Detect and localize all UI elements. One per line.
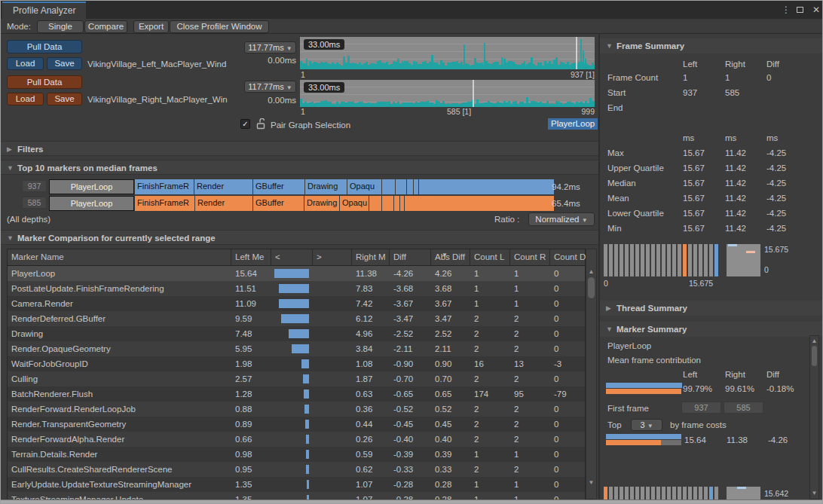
top10-segment[interactable]: Drawing <box>304 196 339 211</box>
save-right-button[interactable]: Save <box>47 93 82 105</box>
table-row[interactable]: RenderDeferred.GBuffer9.596.12-3.473.472… <box>8 311 586 326</box>
top10-segment[interactable] <box>382 196 393 211</box>
column-header-count-l[interactable]: Count L <box>470 249 510 265</box>
top10-segment[interactable]: Render <box>195 196 252 211</box>
top10-segment[interactable]: FinishFrameR <box>135 179 194 194</box>
column-header-abs-diff[interactable]: Abs Diff▼ <box>431 249 470 265</box>
table-scrollbar[interactable]: ▲ ▼ <box>586 249 597 499</box>
mode-single-button[interactable]: Single <box>37 20 84 33</box>
cell-marker-name: CullResults.CreateSharedRendererScene <box>8 462 230 477</box>
top10-segment[interactable]: Opaqu <box>340 196 369 211</box>
table-row[interactable]: Render.TransparentGeometry0.890.44-0.450… <box>8 417 586 432</box>
top10-segment[interactable] <box>419 179 554 194</box>
top10-segment[interactable]: Drawing <box>305 179 347 194</box>
kebab-menu-icon[interactable]: ⋮ <box>780 5 792 15</box>
top10-segment[interactable] <box>369 196 381 211</box>
comparison-table-header[interactable]: Marker NameLeft Me<>Right MDiffAbs Diff▼… <box>7 249 586 266</box>
table-row[interactable]: BatchRenderer.Flush1.280.63-0.650.651749… <box>8 386 586 402</box>
scroll-up-icon[interactable]: ▲ <box>586 268 596 276</box>
top10-section-header[interactable]: ▼ Top 10 markers on median frames <box>1 160 600 175</box>
scroll-down-icon[interactable]: ▼ <box>810 490 818 497</box>
top10-segment-selected[interactable]: PlayerLoop <box>49 196 134 211</box>
top10-segment[interactable]: FinishFrameR <box>135 196 194 211</box>
column-header-count-r[interactable]: Count R <box>510 249 550 265</box>
mode-compare-button[interactable]: Compare <box>84 20 127 33</box>
close-icon[interactable]: ✕ <box>810 5 822 15</box>
table-row[interactable]: PlayerLoop15.6411.38-4.264.26110 <box>8 266 586 281</box>
table-scrollbar-thumb[interactable] <box>588 277 595 298</box>
top10-segment[interactable]: GBuffer <box>253 179 304 194</box>
save-left-button[interactable]: Save <box>47 57 82 70</box>
ratio-dropdown[interactable]: Normalized ▼ <box>528 212 595 226</box>
first-frame-left-button[interactable]: 937 <box>681 402 721 414</box>
top10-segment[interactable] <box>400 196 404 211</box>
column-header-marker-name[interactable]: Marker Name <box>8 249 231 265</box>
frame-summary-header[interactable]: ▼ Frame Summary <box>600 38 823 53</box>
top10-segment[interactable]: GBuffer <box>253 196 304 211</box>
right-panel-scrollbar[interactable]: ▲ ▼ <box>809 335 819 499</box>
thread-summary-header[interactable]: ▶ Thread Summary <box>600 301 823 316</box>
maximize-icon[interactable] <box>797 7 803 13</box>
load-right-button[interactable]: Load <box>7 93 44 105</box>
marker-summary-boxplot[interactable] <box>727 487 760 499</box>
frame-graph-right[interactable]: 33.00ms <box>300 80 595 107</box>
table-row[interactable]: RenderForward.RenderLoopJob0.880.36-0.52… <box>8 402 586 417</box>
table-row[interactable]: PostLateUpdate.FinishFrameRendering11.51… <box>8 281 586 296</box>
pair-graph-checkbox[interactable]: ✓ <box>240 119 250 129</box>
frame-graph-left[interactable]: 33.00ms <box>300 37 595 69</box>
column-header-left-me[interactable]: Left Me <box>231 249 271 265</box>
close-profiler-window-button[interactable]: Close Profiler Window <box>170 20 269 33</box>
selected-marker-chip[interactable]: PlayerLoop <box>548 118 598 130</box>
marker-summary-header[interactable]: ▼ Marker Summary <box>600 322 823 337</box>
table-row[interactable]: TextureStreamingManager.Update1.351.07-0… <box>8 492 586 499</box>
range-dropdown-left[interactable]: 117.77ms ▼ <box>244 41 296 53</box>
right-panel-scrollbar-thumb[interactable] <box>812 346 817 366</box>
load-left-button[interactable]: Load <box>7 57 44 70</box>
comparison-section-header[interactable]: ▼ Marker Comparison for currently select… <box>1 230 600 245</box>
marker-summary-histogram[interactable] <box>604 487 724 499</box>
table-row[interactable]: Culling2.571.87-0.700.70220 <box>8 371 586 386</box>
window-bottom-edge[interactable] <box>1 499 822 504</box>
top10-segment[interactable] <box>405 196 554 211</box>
top10-segment[interactable] <box>414 179 418 194</box>
range-dropdown-right[interactable]: 117.77ms ▼ <box>244 81 296 93</box>
filters-section-header[interactable]: ▶ Filters <box>1 141 600 156</box>
top10-segment[interactable]: Render <box>194 179 252 194</box>
top10-marker-bar[interactable]: PlayerLoopFinishFrameRRenderGBufferDrawi… <box>49 196 549 211</box>
frame-summary-boxplot[interactable] <box>727 244 760 276</box>
table-row[interactable]: EarlyUpdate.UpdateTextureStreamingManage… <box>8 477 586 492</box>
column-header--[interactable]: > <box>313 249 352 265</box>
table-row[interactable]: Render.OpaqueGeometry5.953.84-2.112.1122… <box>8 341 586 356</box>
pull-data-right-button[interactable]: Pull Data <box>7 75 82 89</box>
tab-profile-analyzer[interactable]: Profile Analyzer <box>2 2 86 19</box>
scroll-down-icon[interactable]: ▼ <box>586 479 596 487</box>
first-frame-right-button[interactable]: 585 <box>724 402 763 414</box>
pull-data-left-button[interactable]: Pull Data <box>7 40 82 53</box>
chevron-right-icon: ▶ <box>606 304 611 312</box>
table-row[interactable]: WaitForJobGroupID1.981.08-0.900.901613-3 <box>8 356 586 371</box>
top10-segment[interactable] <box>394 196 399 211</box>
frame-summary-histogram[interactable] <box>604 244 724 276</box>
table-row[interactable]: Terrain.Details.Render0.980.59-0.390.391… <box>8 447 586 462</box>
cell-count-diff: 0 <box>550 417 585 432</box>
chevron-down-icon: ▼ <box>606 325 613 333</box>
scroll-up-icon[interactable]: ▲ <box>810 338 818 345</box>
column-header-count-d[interactable]: Count D <box>550 249 586 265</box>
table-row[interactable]: Drawing7.484.96-2.522.52220 <box>8 326 586 341</box>
column-header--[interactable]: < <box>271 249 313 265</box>
top10-segment[interactable] <box>382 179 395 194</box>
histogram-bar <box>683 244 687 276</box>
unlock-icon[interactable] <box>255 118 266 130</box>
top-count-dropdown[interactable]: 3 ▼ <box>631 419 662 431</box>
top10-segment[interactable] <box>407 179 413 194</box>
top10-segment-selected[interactable]: PlayerLoop <box>49 179 134 194</box>
column-header-right-m[interactable]: Right M <box>352 249 390 265</box>
table-row[interactable]: RenderForwardAlpha.Render0.660.26-0.400.… <box>8 432 586 447</box>
table-row[interactable]: Camera.Render11.097.42-3.673.67110 <box>8 296 586 311</box>
column-header-diff[interactable]: Diff <box>390 249 431 265</box>
top10-segment[interactable]: Opaqu <box>347 179 381 194</box>
export-button[interactable]: Export <box>133 20 169 33</box>
table-row[interactable]: CullResults.CreateSharedRendererScene0.9… <box>8 462 586 477</box>
top10-marker-bar[interactable]: PlayerLoopFinishFrameRRenderGBufferDrawi… <box>49 179 549 194</box>
top10-segment[interactable] <box>396 179 406 194</box>
